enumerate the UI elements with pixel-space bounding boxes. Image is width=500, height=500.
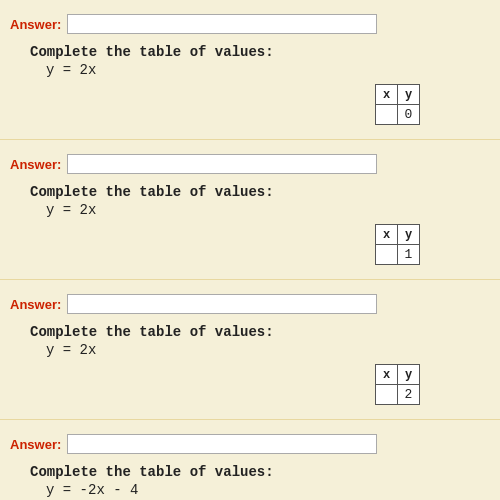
answer-input-1[interactable] <box>67 154 377 174</box>
y-value-0: 0 <box>398 105 420 125</box>
answer-input-0[interactable] <box>67 14 377 34</box>
equation-1: y = 2x <box>46 202 480 218</box>
question-body-0: Complete the table of values: y = 2x x y… <box>0 40 500 131</box>
equation-3: y = -2x - 4 <box>46 482 480 498</box>
x-value-0 <box>376 105 398 125</box>
question-body-3: Complete the table of values: y = -2x - … <box>0 460 500 500</box>
question-block-2: Answer: Complete the table of values: y … <box>0 280 500 420</box>
question-block-3: Answer: Complete the table of values: y … <box>0 420 500 500</box>
y-header-0: y <box>398 85 420 105</box>
x-header-2: x <box>376 365 398 385</box>
equation-2: y = 2x <box>46 342 480 358</box>
answer-input-3[interactable] <box>67 434 377 454</box>
table-area-1: x y 1 <box>30 224 480 265</box>
question-text-1: Complete the table of values: <box>30 184 480 200</box>
answer-label-0: Answer: <box>10 17 61 32</box>
x-value-1 <box>376 245 398 265</box>
xy-table-1: x y 1 <box>375 224 420 265</box>
y-header-2: y <box>398 365 420 385</box>
answer-input-2[interactable] <box>67 294 377 314</box>
question-block-0: Answer: Complete the table of values: y … <box>0 0 500 140</box>
question-text-0: Complete the table of values: <box>30 44 480 60</box>
x-value-2 <box>376 385 398 405</box>
table-area-0: x y 0 <box>30 84 480 125</box>
y-value-2: 2 <box>398 385 420 405</box>
x-header-0: x <box>376 85 398 105</box>
answer-row-1: Answer: <box>0 150 500 180</box>
answer-row-0: Answer: <box>0 10 500 40</box>
question-body-1: Complete the table of values: y = 2x x y… <box>0 180 500 271</box>
answer-row-3: Answer: <box>0 430 500 460</box>
y-value-1: 1 <box>398 245 420 265</box>
question-block-1: Answer: Complete the table of values: y … <box>0 140 500 280</box>
table-area-2: x y 2 <box>30 364 480 405</box>
question-body-2: Complete the table of values: y = 2x x y… <box>0 320 500 411</box>
x-header-1: x <box>376 225 398 245</box>
y-header-1: y <box>398 225 420 245</box>
xy-table-0: x y 0 <box>375 84 420 125</box>
equation-0: y = 2x <box>46 62 480 78</box>
question-text-2: Complete the table of values: <box>30 324 480 340</box>
xy-table-2: x y 2 <box>375 364 420 405</box>
question-text-3: Complete the table of values: <box>30 464 480 480</box>
answer-label-3: Answer: <box>10 437 61 452</box>
answer-label-2: Answer: <box>10 297 61 312</box>
answer-label-1: Answer: <box>10 157 61 172</box>
answer-row-2: Answer: <box>0 290 500 320</box>
